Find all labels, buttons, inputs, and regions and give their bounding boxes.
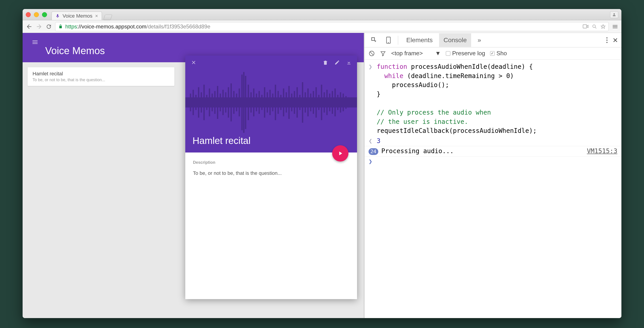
svg-rect-32	[267, 92, 268, 113]
svg-rect-0	[583, 25, 586, 28]
svg-rect-3	[190, 94, 191, 111]
console-return-row: ❯ 3	[364, 136, 622, 147]
frame-selector[interactable]: <top frame> ▼	[391, 50, 441, 57]
svg-rect-5	[195, 95, 196, 110]
show-label: Sho	[496, 50, 507, 57]
download-button[interactable]	[346, 60, 352, 65]
description-text: To be, or not to be, that is the questio…	[193, 170, 349, 176]
app-menu-button[interactable]	[32, 39, 38, 46]
close-detail-button[interactable]	[191, 60, 196, 65]
svg-rect-27	[253, 88, 254, 116]
inspect-element-button[interactable]	[368, 37, 381, 43]
close-window-button[interactable]	[26, 12, 31, 17]
svg-rect-51	[318, 95, 320, 110]
browser-toolbar: https://voice-memos.appspot.com/details/…	[22, 20, 622, 33]
filter-button[interactable]	[380, 50, 386, 57]
zoom-window-button[interactable]	[42, 12, 47, 17]
waveform-icon	[185, 69, 357, 135]
star-icon[interactable]	[600, 24, 606, 29]
edit-button[interactable]	[334, 60, 340, 65]
detail-action-bar	[185, 55, 357, 69]
inspect-icon	[371, 37, 378, 43]
memo-title: Hamlet recital	[32, 71, 170, 77]
checkbox-checked-icon	[490, 51, 495, 56]
svg-point-64	[388, 42, 389, 43]
description-label: Description	[193, 160, 349, 165]
delete-button[interactable]	[323, 60, 328, 65]
return-arrow-icon: ❯	[368, 137, 372, 146]
svg-rect-19	[233, 91, 234, 114]
detail-hero: Hamlet recital	[185, 55, 357, 153]
play-icon	[337, 150, 344, 157]
play-button[interactable]	[332, 145, 348, 162]
svg-point-66	[606, 39, 608, 41]
detail-title: Hamlet recital	[185, 135, 357, 153]
camera-icon[interactable]	[583, 24, 589, 29]
profile-button[interactable]	[610, 11, 618, 18]
lock-icon	[58, 24, 63, 29]
device-mode-button[interactable]	[382, 36, 394, 44]
return-value: 3	[377, 137, 380, 146]
svg-rect-31	[264, 87, 265, 118]
address-bar[interactable]: https://voice-memos.appspot.com/details/…	[55, 22, 609, 31]
svg-rect-21	[238, 88, 240, 116]
console-log-row: 24 Processing audio... VM1515:3	[364, 146, 622, 157]
prompt-icon: ❯	[368, 62, 377, 71]
close-devtools-button[interactable]	[612, 37, 618, 43]
memo-subtitle: To be, or not to be, that is the questio…	[32, 78, 170, 82]
svg-rect-12	[214, 91, 216, 114]
person-icon	[612, 13, 616, 17]
log-source-link[interactable]: VM1515:3	[587, 147, 617, 156]
svg-rect-39	[286, 92, 287, 113]
svg-rect-56	[332, 91, 333, 114]
preserve-log-checkbox[interactable]: Preserve log	[446, 50, 485, 57]
new-tab-button[interactable]	[103, 15, 112, 20]
tab-elements[interactable]: Elements	[402, 33, 437, 47]
minimize-window-button[interactable]	[34, 12, 39, 17]
svg-rect-54	[326, 90, 328, 115]
svg-rect-2	[185, 97, 357, 108]
chevron-down-icon: ▼	[435, 50, 441, 57]
browser-menu-button[interactable]	[612, 23, 618, 30]
svg-rect-10	[209, 88, 210, 116]
svg-rect-40	[288, 86, 290, 119]
tab-more[interactable]: »	[473, 33, 486, 47]
tab-console[interactable]: Console	[439, 33, 471, 47]
close-icon	[612, 37, 618, 43]
browser-tab[interactable]: Voice Memos ×	[52, 11, 102, 20]
svg-rect-7	[201, 92, 202, 113]
content-area: Voice Memos Hamlet recital To be, or not…	[22, 33, 622, 318]
show-checkbox[interactable]: Sho	[490, 50, 507, 57]
svg-rect-11	[212, 94, 213, 111]
svg-rect-44	[299, 95, 300, 110]
reload-button[interactable]	[46, 23, 52, 30]
console-input-row[interactable]: ❯ function processAudioWhenIdle(deadline…	[364, 62, 622, 136]
code-block: function processAudioWhenIdle(deadline) …	[377, 62, 537, 136]
svg-rect-26	[250, 92, 252, 113]
close-tab-icon[interactable]: ×	[95, 13, 98, 19]
memo-card[interactable]: Hamlet recital To be, or not to be, that…	[28, 67, 174, 86]
trash-icon	[323, 60, 328, 65]
devtools-menu-button[interactable]	[606, 37, 608, 43]
svg-rect-33	[269, 90, 271, 115]
app-title: Voice Memos	[45, 45, 105, 56]
svg-rect-61	[345, 96, 347, 109]
zoom-icon[interactable]	[592, 24, 597, 29]
svg-rect-42	[294, 91, 295, 114]
svg-rect-62	[348, 97, 349, 108]
microphone-icon	[55, 14, 60, 18]
forward-button[interactable]	[36, 23, 42, 30]
devtools-panel: Elements Console »	[364, 33, 622, 318]
svg-rect-28	[256, 94, 257, 111]
frame-label: <top frame>	[391, 50, 423, 57]
svg-rect-35	[275, 85, 276, 120]
clear-console-button[interactable]	[368, 50, 375, 57]
arrow-right-icon	[36, 23, 42, 30]
svg-rect-53	[324, 92, 325, 113]
svg-rect-9	[206, 95, 208, 110]
traffic-lights	[26, 12, 47, 17]
svg-rect-55	[329, 94, 330, 111]
memo-detail-panel: Hamlet recital Description To be, or not…	[185, 55, 357, 299]
back-button[interactable]	[26, 23, 32, 30]
console-prompt-row[interactable]: ❯	[364, 157, 622, 167]
